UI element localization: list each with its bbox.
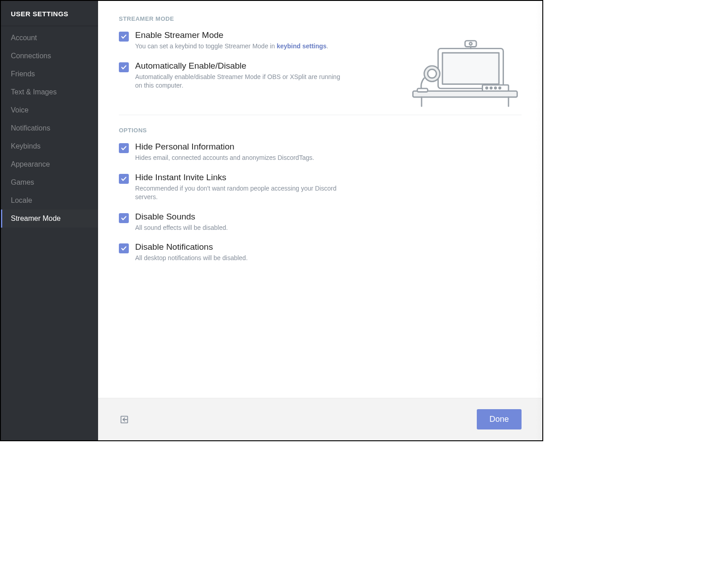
check-icon xyxy=(121,215,127,221)
svg-point-8 xyxy=(494,87,496,89)
sidebar-item-account[interactable]: Account xyxy=(1,29,98,47)
footer: Done xyxy=(98,398,542,440)
sidebar-item-label: Account xyxy=(11,34,37,42)
sidebar-item-notifications[interactable]: Notifications xyxy=(1,119,98,137)
divider xyxy=(119,115,522,115)
setting-auto-enable-disable: Automatically Enable/Disable Automatical… xyxy=(119,61,400,90)
main-panel: STREAMER MODE Enable Streamer Mode You c… xyxy=(98,1,542,440)
svg-rect-4 xyxy=(442,53,499,84)
check-icon xyxy=(121,145,127,151)
checkbox-disable-sounds[interactable] xyxy=(119,213,129,223)
svg-rect-15 xyxy=(417,89,428,92)
check-icon xyxy=(121,245,127,252)
sidebar-item-label: Streamer Mode xyxy=(11,215,61,222)
setting-desc: All desktop notifications will be disabl… xyxy=(135,254,348,263)
sidebar-item-streamer-mode[interactable]: Streamer Mode xyxy=(1,210,98,228)
streamer-illustration xyxy=(409,30,522,110)
sidebar-item-label: Friends xyxy=(11,70,35,78)
sidebar-item-label: Games xyxy=(11,178,34,186)
svg-rect-10 xyxy=(465,41,476,47)
setting-desc: Hides email, connected accounts and anon… xyxy=(135,154,348,163)
content: STREAMER MODE Enable Streamer Mode You c… xyxy=(98,1,542,398)
setting-title: Hide Personal Information xyxy=(135,142,522,152)
setting-desc: You can set a keybind to toggle Streamer… xyxy=(135,42,348,51)
sidebar-items: Account Connections Friends Text & Image… xyxy=(1,26,98,228)
checkbox-hide-invite-links[interactable] xyxy=(119,174,129,184)
sidebar-item-label: Voice xyxy=(11,106,28,114)
exit-icon xyxy=(119,415,129,425)
sidebar-item-connections[interactable]: Connections xyxy=(1,47,98,65)
svg-rect-0 xyxy=(413,91,517,97)
setting-desc: All sound effects will be disabled. xyxy=(135,224,348,233)
setting-desc: Recommended if you don't want random peo… xyxy=(135,184,348,202)
check-icon xyxy=(121,64,127,70)
check-icon xyxy=(121,33,127,40)
sidebar-item-label: Connections xyxy=(11,52,51,60)
section-header-streamer-mode: STREAMER MODE xyxy=(119,15,522,22)
sidebar: USER SETTINGS Account Connections Friend… xyxy=(1,1,98,440)
setting-title: Automatically Enable/Disable xyxy=(135,61,400,71)
sidebar-item-voice[interactable]: Voice xyxy=(1,101,98,119)
check-icon xyxy=(121,176,127,182)
sidebar-item-text-images[interactable]: Text & Images xyxy=(1,83,98,101)
setting-hide-personal-info: Hide Personal Information Hides email, c… xyxy=(119,142,522,163)
setting-disable-notifications: Disable Notifications All desktop notifi… xyxy=(119,242,522,263)
sidebar-item-label: Text & Images xyxy=(11,88,56,96)
keybind-settings-link[interactable]: keybind settings xyxy=(277,42,326,50)
sidebar-item-label: Notifications xyxy=(11,124,50,132)
svg-point-6 xyxy=(486,87,488,89)
checkbox-auto-enable-disable[interactable] xyxy=(119,62,129,72)
setting-title: Disable Sounds xyxy=(135,212,522,222)
sidebar-item-label: Appearance xyxy=(11,160,50,168)
sidebar-item-appearance[interactable]: Appearance xyxy=(1,155,98,173)
done-button[interactable]: Done xyxy=(477,409,522,429)
svg-point-7 xyxy=(490,87,492,89)
sidebar-title: USER SETTINGS xyxy=(1,1,98,26)
sidebar-item-keybinds[interactable]: Keybinds xyxy=(1,137,98,155)
svg-point-14 xyxy=(428,70,436,78)
checkbox-enable-streamer-mode[interactable] xyxy=(119,32,129,42)
monitor-webcam-icon xyxy=(409,30,522,108)
section-header-options: OPTIONS xyxy=(119,127,522,134)
sidebar-item-games[interactable]: Games xyxy=(1,173,98,191)
sidebar-item-friends[interactable]: Friends xyxy=(1,65,98,83)
setting-title: Enable Streamer Mode xyxy=(135,30,400,40)
sidebar-item-label: Keybinds xyxy=(11,142,41,150)
checkbox-disable-notifications[interactable] xyxy=(119,243,129,253)
setting-enable-streamer-mode: Enable Streamer Mode You can set a keybi… xyxy=(119,30,400,51)
setting-disable-sounds: Disable Sounds All sound effects will be… xyxy=(119,212,522,233)
sidebar-item-locale[interactable]: Locale xyxy=(1,191,98,210)
sidebar-item-label: Locale xyxy=(11,196,32,204)
checkbox-hide-personal-info[interactable] xyxy=(119,143,129,153)
svg-point-9 xyxy=(499,87,501,89)
setting-title: Disable Notifications xyxy=(135,242,522,252)
setting-title: Hide Instant Invite Links xyxy=(135,173,522,182)
back-button[interactable] xyxy=(119,414,130,425)
setting-hide-invite-links: Hide Instant Invite Links Recommended if… xyxy=(119,173,522,202)
setting-desc: Automatically enable/disable Streamer Mo… xyxy=(135,73,348,90)
